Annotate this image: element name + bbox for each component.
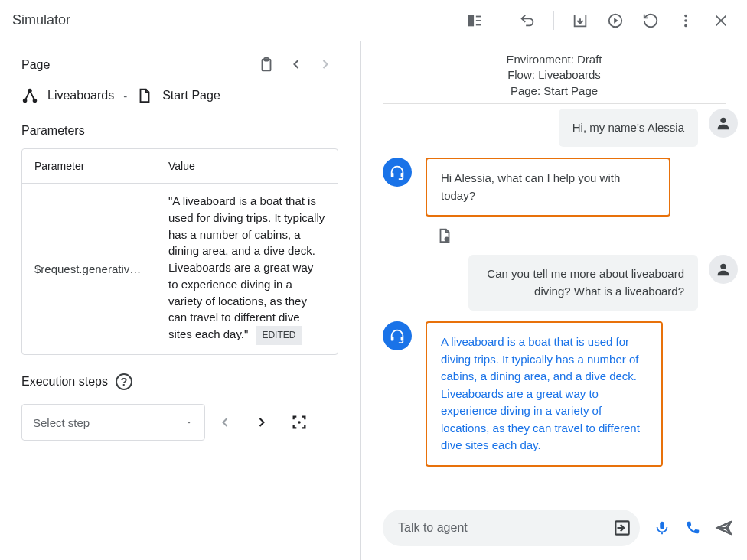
bot-bubble-highlighted: A liveaboard is a boat that is used for …	[426, 321, 663, 467]
response-detail-icon[interactable]: i	[436, 227, 738, 244]
submit-icon[interactable]	[612, 518, 632, 538]
panel-toggle-icon[interactable]	[461, 7, 488, 34]
toolbar-divider	[501, 11, 501, 30]
flow-icon	[21, 87, 38, 104]
breadcrumb: Liveaboards - Start Page	[21, 87, 342, 104]
svg-text:i: i	[446, 238, 447, 242]
col-header-value: Value	[156, 149, 338, 183]
user-avatar-icon	[709, 255, 738, 284]
mic-icon[interactable]	[654, 519, 670, 536]
chat-input-bar: Talk to agent	[361, 499, 747, 560]
chat-area: Hi, my name's Alessia Hi Alessia, what c…	[361, 104, 747, 499]
svg-point-16	[720, 117, 726, 122]
clipboard-icon[interactable]	[258, 57, 275, 73]
play-icon[interactable]	[602, 7, 629, 34]
save-icon[interactable]	[566, 7, 594, 34]
edited-badge: EDITED	[256, 326, 302, 345]
chevron-down-icon	[184, 418, 194, 427]
phone-icon[interactable]	[684, 519, 701, 536]
param-name-cell: $request.generative.res	[22, 253, 156, 285]
svg-rect-18	[401, 173, 404, 177]
focus-icon[interactable]	[291, 414, 315, 431]
page-icon	[136, 87, 153, 104]
user-bubble: Hi, my name's Alessia	[559, 109, 698, 148]
bot-bubble-highlighted: Hi Alessia, what can I help you with tod…	[426, 158, 670, 217]
chat-message-user: Hi, my name's Alessia	[383, 109, 738, 148]
chat-input[interactable]: Talk to agent	[383, 510, 640, 546]
svg-rect-25	[660, 522, 664, 529]
svg-point-21	[720, 264, 726, 269]
svg-rect-23	[401, 337, 404, 341]
svg-point-6	[684, 19, 687, 22]
page-line: Page: Start Page	[383, 83, 726, 99]
app-title: Simulator	[12, 12, 70, 28]
chevron-left-icon[interactable]	[289, 57, 304, 73]
breadcrumb-page[interactable]: Start Page	[162, 89, 220, 103]
breadcrumb-flow[interactable]: Liveaboards	[47, 89, 114, 103]
parameters-label: Parameters	[21, 124, 342, 138]
more-icon[interactable]	[672, 7, 700, 34]
chat-message-bot: A liveaboard is a boat that is used for …	[383, 321, 738, 467]
param-value-cell: "A liveaboard is a boat that is used for…	[156, 184, 338, 354]
close-icon[interactable]	[707, 7, 735, 34]
table-row[interactable]: $request.generative.res "A liveaboard is…	[22, 184, 338, 354]
page-section-label: Page	[21, 58, 50, 72]
undo-icon[interactable]	[514, 7, 541, 34]
select-step-dropdown[interactable]: Select step	[21, 404, 205, 441]
svg-point-15	[298, 422, 301, 425]
svg-rect-17	[391, 173, 394, 177]
svg-rect-0	[468, 15, 474, 26]
refresh-icon[interactable]	[637, 7, 664, 34]
col-header-parameter: Parameter	[22, 149, 156, 183]
user-avatar-icon	[709, 109, 738, 138]
toolbar-divider	[553, 11, 554, 30]
svg-point-5	[684, 14, 687, 17]
chevron-right-icon[interactable]	[318, 57, 333, 73]
toolbar	[70, 7, 735, 34]
environment-info: Environment: Draft Flow: Liveaboards Pag…	[383, 41, 726, 104]
chat-input-placeholder: Talk to agent	[398, 521, 612, 535]
breadcrumb-separator: -	[123, 90, 127, 103]
help-icon[interactable]: ?	[116, 373, 132, 390]
chat-message-user: Can you tell me more about liveaboard di…	[383, 255, 738, 311]
bot-avatar-icon	[383, 158, 412, 187]
execution-steps-label: Execution steps	[21, 375, 108, 389]
bot-avatar-icon	[383, 321, 412, 350]
table-header-row: Parameter Value	[22, 149, 338, 184]
chat-message-bot: Hi Alessia, what can I help you with tod…	[383, 158, 738, 217]
env-line: Environment: Draft	[383, 52, 726, 67]
svg-rect-22	[391, 337, 394, 341]
user-bubble: Can you tell me more about liveaboard di…	[468, 255, 698, 311]
send-icon[interactable]	[715, 519, 733, 537]
flow-line: Flow: Liveaboards	[383, 67, 726, 83]
select-step-placeholder: Select step	[33, 416, 90, 429]
parameters-table: Parameter Value $request.generative.res …	[21, 148, 338, 355]
step-next-icon[interactable]	[254, 415, 279, 430]
step-prev-icon	[217, 415, 242, 430]
param-value-text: "A liveaboard is a boat that is used for…	[168, 194, 325, 340]
svg-point-7	[684, 24, 687, 27]
